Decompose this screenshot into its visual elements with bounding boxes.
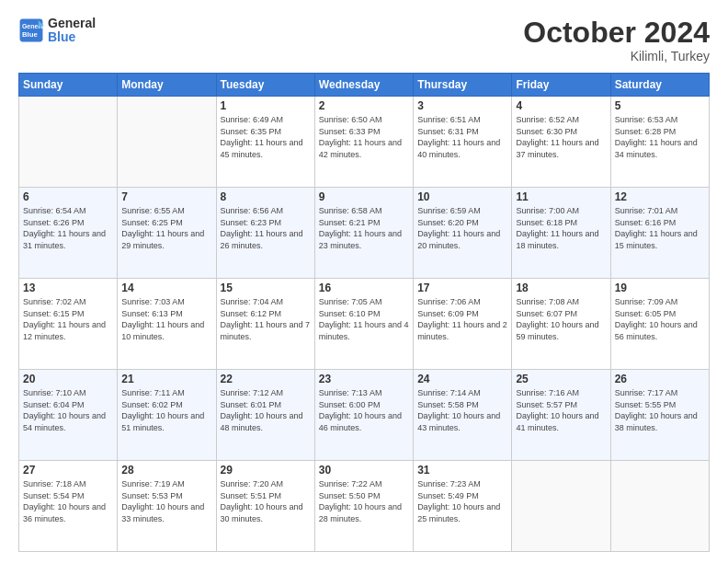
header-day-sunday: Sunday — [19, 74, 118, 97]
calendar-cell: 29Sunrise: 7:20 AMSunset: 5:51 PMDayligh… — [216, 461, 314, 552]
day-number: 5 — [615, 99, 705, 112]
logo-line2: Blue — [48, 30, 96, 44]
day-info: Sunrise: 6:55 AMSunset: 6:25 PMDaylight:… — [121, 205, 211, 251]
calendar-cell: 24Sunrise: 7:14 AMSunset: 5:58 PMDayligh… — [414, 370, 512, 461]
day-info: Sunrise: 6:52 AMSunset: 6:30 PMDaylight:… — [516, 114, 606, 160]
title-block: October 2024 Kilimli, Turkey — [523, 17, 710, 63]
week-row-2: 6Sunrise: 6:54 AMSunset: 6:26 PMDaylight… — [19, 188, 710, 279]
day-number: 8 — [221, 190, 311, 203]
calendar-cell: 26Sunrise: 7:17 AMSunset: 5:55 PMDayligh… — [610, 370, 709, 461]
day-number: 16 — [319, 282, 409, 294]
week-row-1: 1Sunrise: 6:49 AMSunset: 6:35 PMDaylight… — [19, 97, 710, 188]
logo: General Blue General Blue — [18, 17, 96, 45]
day-number: 30 — [319, 464, 409, 477]
logo-line1: General — [48, 17, 96, 30]
day-info: Sunrise: 6:50 AMSunset: 6:33 PMDaylight:… — [319, 114, 409, 160]
day-number: 24 — [417, 373, 507, 385]
day-number: 12 — [615, 190, 705, 203]
calendar-cell: 9Sunrise: 6:58 AMSunset: 6:21 PMDaylight… — [314, 188, 413, 279]
day-number: 28 — [121, 464, 211, 477]
calendar-cell: 31Sunrise: 7:23 AMSunset: 5:49 PMDayligh… — [414, 461, 512, 552]
calendar-cell: 16Sunrise: 7:05 AMSunset: 6:10 PMDayligh… — [314, 279, 413, 370]
header: General Blue General Blue October 2024 K… — [18, 17, 710, 63]
calendar-cell: 4Sunrise: 6:52 AMSunset: 6:30 PMDaylight… — [512, 97, 610, 188]
day-number: 7 — [121, 190, 211, 203]
day-number: 17 — [417, 282, 507, 294]
calendar-cell: 10Sunrise: 6:59 AMSunset: 6:20 PMDayligh… — [414, 188, 512, 279]
day-number: 6 — [23, 190, 113, 203]
day-info: Sunrise: 7:23 AMSunset: 5:49 PMDaylight:… — [417, 478, 507, 524]
week-row-5: 27Sunrise: 7:18 AMSunset: 5:54 PMDayligh… — [19, 461, 710, 552]
day-number: 27 — [23, 464, 113, 477]
day-info: Sunrise: 6:58 AMSunset: 6:21 PMDaylight:… — [319, 205, 409, 251]
calendar-cell: 1Sunrise: 6:49 AMSunset: 6:35 PMDaylight… — [216, 97, 314, 188]
day-info: Sunrise: 7:06 AMSunset: 6:09 PMDaylight:… — [417, 296, 507, 342]
day-number: 20 — [23, 373, 113, 385]
calendar-cell: 30Sunrise: 7:22 AMSunset: 5:50 PMDayligh… — [314, 461, 413, 552]
day-info: Sunrise: 7:18 AMSunset: 5:54 PMDaylight:… — [23, 478, 113, 524]
day-number: 2 — [319, 99, 409, 112]
calendar-cell: 6Sunrise: 6:54 AMSunset: 6:26 PMDaylight… — [19, 188, 118, 279]
calendar-cell: 17Sunrise: 7:06 AMSunset: 6:09 PMDayligh… — [414, 279, 512, 370]
calendar-cell: 28Sunrise: 7:19 AMSunset: 5:53 PMDayligh… — [118, 461, 216, 552]
calendar-cell: 2Sunrise: 6:50 AMSunset: 6:33 PMDaylight… — [314, 97, 413, 188]
calendar-cell: 23Sunrise: 7:13 AMSunset: 6:00 PMDayligh… — [314, 370, 413, 461]
day-info: Sunrise: 6:49 AMSunset: 6:35 PMDaylight:… — [221, 114, 311, 160]
day-number: 3 — [417, 99, 507, 112]
day-number: 1 — [221, 99, 311, 112]
day-number: 13 — [23, 282, 113, 294]
logo-icon: General Blue — [18, 17, 44, 43]
svg-text:Blue: Blue — [22, 30, 39, 39]
calendar-cell: 12Sunrise: 7:01 AMSunset: 6:16 PMDayligh… — [610, 188, 709, 279]
calendar-cell: 5Sunrise: 6:53 AMSunset: 6:28 PMDaylight… — [610, 97, 709, 188]
day-number: 23 — [319, 373, 409, 385]
day-number: 11 — [516, 190, 606, 203]
day-info: Sunrise: 6:56 AMSunset: 6:23 PMDaylight:… — [221, 205, 311, 251]
day-info: Sunrise: 7:17 AMSunset: 5:55 PMDaylight:… — [615, 387, 705, 433]
header-day-thursday: Thursday — [414, 74, 512, 97]
day-info: Sunrise: 7:11 AMSunset: 6:02 PMDaylight:… — [121, 387, 211, 433]
calendar-cell — [610, 461, 709, 552]
calendar-cell: 8Sunrise: 6:56 AMSunset: 6:23 PMDaylight… — [216, 188, 314, 279]
day-info: Sunrise: 7:03 AMSunset: 6:13 PMDaylight:… — [121, 296, 211, 342]
day-info: Sunrise: 7:09 AMSunset: 6:05 PMDaylight:… — [615, 296, 705, 342]
calendar-cell: 13Sunrise: 7:02 AMSunset: 6:15 PMDayligh… — [19, 279, 118, 370]
day-info: Sunrise: 7:20 AMSunset: 5:51 PMDaylight:… — [221, 478, 311, 524]
day-number: 4 — [516, 99, 606, 112]
location-subtitle: Kilimli, Turkey — [523, 49, 710, 63]
day-info: Sunrise: 7:12 AMSunset: 6:01 PMDaylight:… — [221, 387, 311, 433]
day-info: Sunrise: 7:22 AMSunset: 5:50 PMDaylight:… — [319, 478, 409, 524]
calendar-body: 1Sunrise: 6:49 AMSunset: 6:35 PMDaylight… — [19, 97, 710, 552]
month-title: October 2024 — [523, 17, 710, 49]
day-info: Sunrise: 7:14 AMSunset: 5:58 PMDaylight:… — [417, 387, 507, 433]
calendar-cell: 25Sunrise: 7:16 AMSunset: 5:57 PMDayligh… — [512, 370, 610, 461]
day-info: Sunrise: 7:10 AMSunset: 6:04 PMDaylight:… — [23, 387, 113, 433]
day-number: 25 — [516, 373, 606, 385]
calendar-cell — [19, 97, 118, 188]
day-info: Sunrise: 7:19 AMSunset: 5:53 PMDaylight:… — [121, 478, 211, 524]
calendar-cell — [118, 97, 216, 188]
calendar-cell: 18Sunrise: 7:08 AMSunset: 6:07 PMDayligh… — [512, 279, 610, 370]
day-info: Sunrise: 7:08 AMSunset: 6:07 PMDaylight:… — [516, 296, 606, 342]
calendar-page: General Blue General Blue October 2024 K… — [0, 0, 728, 563]
calendar-header: SundayMondayTuesdayWednesdayThursdayFrid… — [19, 74, 710, 97]
day-info: Sunrise: 7:02 AMSunset: 6:15 PMDaylight:… — [23, 296, 113, 342]
header-day-saturday: Saturday — [610, 74, 709, 97]
calendar-cell — [512, 461, 610, 552]
day-number: 26 — [615, 373, 705, 385]
day-info: Sunrise: 6:54 AMSunset: 6:26 PMDaylight:… — [23, 205, 113, 251]
day-info: Sunrise: 7:05 AMSunset: 6:10 PMDaylight:… — [319, 296, 409, 342]
day-number: 15 — [221, 282, 311, 294]
day-number: 31 — [417, 464, 507, 477]
calendar-cell: 11Sunrise: 7:00 AMSunset: 6:18 PMDayligh… — [512, 188, 610, 279]
day-info: Sunrise: 7:16 AMSunset: 5:57 PMDaylight:… — [516, 387, 606, 433]
week-row-3: 13Sunrise: 7:02 AMSunset: 6:15 PMDayligh… — [19, 279, 710, 370]
day-number: 22 — [221, 373, 311, 385]
day-info: Sunrise: 6:51 AMSunset: 6:31 PMDaylight:… — [417, 114, 507, 160]
day-number: 21 — [121, 373, 211, 385]
calendar-cell: 15Sunrise: 7:04 AMSunset: 6:12 PMDayligh… — [216, 279, 314, 370]
day-info: Sunrise: 6:59 AMSunset: 6:20 PMDaylight:… — [417, 205, 507, 251]
calendar-cell: 14Sunrise: 7:03 AMSunset: 6:13 PMDayligh… — [118, 279, 216, 370]
day-info: Sunrise: 7:13 AMSunset: 6:00 PMDaylight:… — [319, 387, 409, 433]
header-day-wednesday: Wednesday — [314, 74, 413, 97]
